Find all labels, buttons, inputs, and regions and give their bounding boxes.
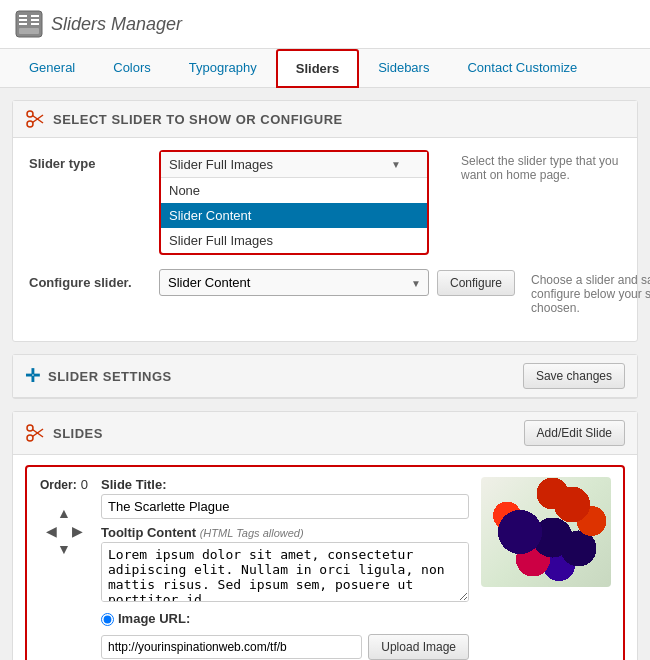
tab-sidebars[interactable]: Sidebars [359, 49, 448, 88]
configure-slider-row: Configure slider. NoneSlider ContentSlid… [29, 269, 621, 315]
move-right-button[interactable]: ▶ [68, 522, 86, 540]
app-header: Sliders Manager [0, 0, 650, 49]
tab-sliders[interactable]: Sliders [276, 49, 359, 88]
slider-type-label: Slider type [29, 150, 159, 171]
order-label: Order: [40, 478, 77, 492]
slide-image [481, 477, 611, 587]
move-down-button[interactable]: ▼ [55, 540, 73, 558]
configure-control: NoneSlider ContentSlider Full Images ▼ C… [159, 269, 515, 296]
dropdown-option-slider-content[interactable]: Slider Content [161, 203, 427, 228]
slides-header-right: Add/Edit Slide [524, 420, 625, 446]
select-slider-header: SELECT SLIDER TO SHOW OR CONFIGURE [13, 101, 637, 138]
tooltip-sublabel: (HTML Tags allowed) [200, 527, 304, 539]
slide-title-group: Slide Title: [101, 477, 469, 519]
save-changes-button[interactable]: Save changes [523, 363, 625, 389]
svg-rect-1 [19, 15, 27, 17]
tab-contact[interactable]: Contact Customize [448, 49, 596, 88]
sliders-manager-icon [15, 10, 43, 38]
move-up-button[interactable]: ▲ [55, 504, 73, 522]
berry-image-visual [481, 477, 611, 587]
tooltip-textarea[interactable]: Lorem ipsum dolor sit amet, consectetur … [101, 542, 469, 602]
move-left-right: ◀ ▶ [42, 522, 86, 540]
tooltip-label: Tooltip Content (HTML Tags allowed) [101, 525, 469, 540]
slide-card: Order: 0 ▲ ◀ ▶ ▼ Slide Title: [25, 465, 625, 660]
dropdown-option-slider-full[interactable]: Slider Full Images [161, 228, 427, 253]
configure-select[interactable]: NoneSlider ContentSlider Full Images [159, 269, 429, 296]
slide-title-label: Slide Title: [101, 477, 469, 492]
dropdown-option-none[interactable]: None [161, 178, 427, 203]
scissors-icon [25, 109, 45, 129]
configure-label: Configure slider. [29, 269, 159, 290]
slides-title: SLIDES [53, 426, 103, 441]
image-url-radio-label: Image URL: [101, 611, 190, 628]
svg-rect-7 [19, 28, 39, 34]
svg-rect-2 [19, 19, 27, 21]
slide-title-input[interactable] [101, 494, 469, 519]
select-slider-body: Slider type Slider Full Images ▼ None Sl… [13, 138, 637, 341]
dropdown-list: None Slider Content Slider Full Images [161, 178, 427, 253]
slides-panel: SLIDES Add/Edit Slide Order: 0 ▲ ◀ ▶ [12, 411, 638, 660]
move-left-button[interactable]: ◀ [42, 522, 60, 540]
add-edit-slide-button[interactable]: Add/Edit Slide [524, 420, 625, 446]
slider-type-dropdown[interactable]: Slider Full Images ▼ None Slider Content… [159, 150, 429, 255]
slider-type-hint: Select the slider type that you want on … [461, 150, 621, 182]
select-slider-panel: SELECT SLIDER TO SHOW OR CONFIGURE Slide… [12, 100, 638, 342]
svg-rect-5 [31, 19, 39, 21]
tooltip-group: Tooltip Content (HTML Tags allowed) Lore… [101, 525, 469, 605]
order-value: 0 [81, 477, 88, 492]
svg-rect-4 [31, 15, 39, 17]
image-url-input[interactable] [101, 635, 362, 659]
slider-type-row: Slider type Slider Full Images ▼ None Sl… [29, 150, 621, 255]
slide-order-section: Order: 0 ▲ ◀ ▶ ▼ [39, 477, 89, 660]
image-url-input-row: Upload Image [101, 634, 469, 660]
image-url-label: Image URL: [118, 611, 190, 626]
slides-header: SLIDES Add/Edit Slide [13, 412, 637, 455]
dropdown-arrow-icon: ▼ [391, 159, 401, 170]
tab-typography[interactable]: Typography [170, 49, 276, 88]
upload-image-button[interactable]: Upload Image [368, 634, 469, 660]
slides-scissors-icon [25, 423, 45, 443]
slider-type-control: Slider Full Images ▼ None Slider Content… [159, 150, 445, 255]
configure-hint: Choose a slider and save, to configure b… [531, 269, 650, 315]
image-url-row: Image URL: [101, 611, 469, 628]
page-content: SELECT SLIDER TO SHOW OR CONFIGURE Slide… [0, 88, 650, 660]
select-slider-title: SELECT SLIDER TO SHOW OR CONFIGURE [53, 112, 343, 127]
slider-settings-title: SLIDER SETTINGS [48, 369, 172, 384]
slider-settings-panel: ✛ SLIDER SETTINGS Save changes [12, 354, 638, 399]
slide-fields: Slide Title: Tooltip Content (HTML Tags … [101, 477, 469, 660]
svg-rect-3 [19, 23, 27, 25]
configure-select-wrapper: NoneSlider ContentSlider Full Images ▼ [159, 269, 429, 296]
move-arrows-group: ▲ ◀ ▶ ▼ [42, 504, 86, 558]
plus-icon: ✛ [25, 365, 40, 387]
slider-settings-right: Save changes [523, 363, 625, 389]
image-url-radio[interactable] [101, 613, 114, 626]
slider-settings-header: ✛ SLIDER SETTINGS Save changes [13, 355, 637, 398]
dropdown-top-value: Slider Full Images ▼ [161, 152, 427, 178]
tab-general[interactable]: General [10, 49, 94, 88]
tab-colors[interactable]: Colors [94, 49, 170, 88]
nav-tabs: General Colors Typography Sliders Sideba… [0, 49, 650, 88]
svg-rect-6 [31, 23, 39, 25]
configure-button[interactable]: Configure [437, 270, 515, 296]
app-title: Sliders Manager [51, 14, 182, 35]
